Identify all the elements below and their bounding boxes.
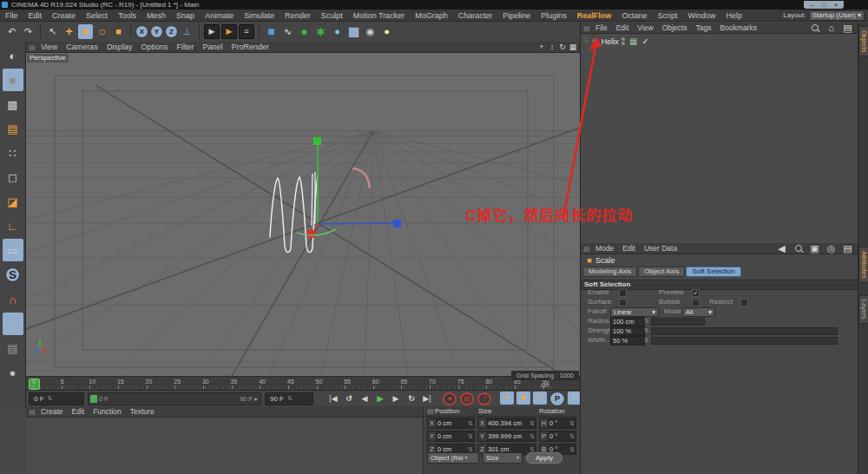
rotate-tool-icon[interactable]: ○: [95, 24, 109, 39]
pan-view-icon[interactable]: +: [536, 43, 547, 52]
panel-grip-icon[interactable]: ▤: [582, 245, 591, 253]
radius-field[interactable]: 100 cm: [610, 317, 645, 326]
field-value-input[interactable]: 0 cm: [436, 419, 467, 427]
materials-menu-item[interactable]: Texture: [126, 407, 159, 416]
object-manager-menu-item[interactable]: View: [633, 23, 657, 32]
layout-dropdown[interactable]: Startup (User) ▾: [809, 10, 865, 21]
points-mode-icon[interactable]: ∷: [3, 142, 23, 164]
minimize-button[interactable]: –: [806, 2, 817, 9]
stepper-icon[interactable]: ⇅: [643, 337, 650, 344]
menu-item[interactable]: File: [0, 11, 23, 20]
edges-mode-icon[interactable]: ◻: [3, 166, 23, 188]
panel-grip-icon[interactable]: ▤: [28, 43, 36, 51]
instance-array-icon[interactable]: ▦: [346, 24, 361, 39]
materials-menu-item[interactable]: Function: [89, 407, 126, 416]
menu-item[interactable]: Sculpt: [316, 11, 348, 20]
menu-item[interactable]: Select: [81, 11, 113, 20]
object-manager-menu-item[interactable]: Objects: [658, 23, 692, 32]
stepper-icon[interactable]: ⇅: [286, 395, 293, 402]
strength-slider[interactable]: [651, 327, 838, 335]
render-view-icon[interactable]: ▶: [204, 24, 220, 39]
generators-icon[interactable]: ●: [297, 24, 312, 39]
field-stepper[interactable]: ⇅: [529, 420, 536, 427]
tab-modeling-axis[interactable]: Modeling Axis: [582, 267, 637, 277]
stepper-icon[interactable]: ⇅: [47, 395, 54, 402]
object-manager-menu-item[interactable]: Tags: [691, 23, 715, 32]
mode-dropdown[interactable]: All▾: [682, 307, 715, 317]
menu-item[interactable]: RealFlow: [572, 11, 617, 20]
coordinate-system-icon[interactable]: ⊥: [180, 24, 194, 39]
home-icon[interactable]: ⌂: [824, 21, 838, 36]
object-name[interactable]: Helix: [602, 37, 619, 46]
panel-grip-icon[interactable]: ▤: [28, 408, 36, 416]
axis-mode-icon[interactable]: ∟: [3, 214, 23, 237]
side-tab-objects[interactable]: Objects: [858, 26, 868, 56]
snap-3d-icon[interactable]: S: [5, 267, 20, 282]
goto-end-button[interactable]: ▶|: [420, 392, 434, 405]
autokeying-button[interactable]: ◍: [460, 392, 474, 405]
menu-item[interactable]: Create: [47, 11, 81, 20]
close-button[interactable]: ×: [831, 2, 841, 9]
enable-checkbox[interactable]: [619, 289, 627, 297]
object-manager-menu-item[interactable]: File: [591, 23, 612, 32]
menu-item[interactable]: Animate: [200, 11, 239, 20]
field-value-input[interactable]: 399.999 cm: [486, 432, 529, 440]
materials-menu-item[interactable]: Create: [36, 407, 68, 416]
tab-object-axis[interactable]: Object Axis: [638, 267, 685, 277]
timeline-ruler[interactable]: 051015202530354045505560657075808590: [26, 376, 580, 391]
move-tool-icon[interactable]: +: [62, 24, 76, 39]
end-frame-field[interactable]: 90 F⇅: [265, 392, 313, 405]
menu-item[interactable]: Mesh: [141, 11, 171, 20]
lock-icon[interactable]: ▣: [807, 241, 822, 256]
model-mode-icon[interactable]: ■: [3, 69, 23, 91]
menu-item[interactable]: Plugins: [536, 11, 572, 20]
check-tag-icon[interactable]: ✓: [641, 36, 651, 47]
y-axis-lock-button[interactable]: Y: [150, 25, 163, 38]
menu-item[interactable]: Octane: [616, 11, 652, 20]
rotate-view-icon[interactable]: ↻: [557, 43, 568, 52]
field-value-input[interactable]: 400.394 cm: [486, 419, 529, 427]
falloff-dropdown[interactable]: Linear▾: [610, 307, 659, 317]
menu-item[interactable]: Tools: [113, 11, 141, 20]
strength-field[interactable]: 100 %: [610, 326, 645, 336]
live-selection-icon[interactable]: ↖: [45, 24, 60, 39]
workplane-mode-icon[interactable]: ▤: [3, 117, 23, 140]
menu-item[interactable]: MoGraph: [410, 11, 453, 20]
width-field[interactable]: 50 %: [610, 336, 645, 346]
field-stepper[interactable]: ⇅: [569, 420, 575, 427]
width-slider[interactable]: [651, 337, 838, 345]
play-button[interactable]: ▶: [373, 392, 387, 405]
viewport-menu-item[interactable]: Display: [102, 43, 137, 51]
menu-item[interactable]: Render: [279, 11, 316, 20]
field-stepper[interactable]: ⇅: [529, 433, 536, 440]
workplane-lock-icon[interactable]: ▤: [3, 313, 23, 335]
render-settings-icon[interactable]: ≡: [239, 24, 254, 39]
apply-button[interactable]: Apply: [526, 452, 562, 464]
side-tab-layers[interactable]: Layers: [858, 295, 868, 324]
search-icon[interactable]: [791, 241, 806, 256]
camera-icon[interactable]: ◉: [363, 24, 378, 39]
viewport-menu-item[interactable]: Panel: [198, 43, 227, 51]
viewport-menu-item[interactable]: Options: [136, 43, 172, 51]
stepper-icon[interactable]: ⇅: [643, 318, 650, 325]
play-mode-button[interactable]: ↺: [342, 392, 356, 405]
z-axis-lock-button[interactable]: Z: [165, 25, 178, 38]
make-editable-icon[interactable]: ◐: [3, 44, 23, 67]
loop-button[interactable]: ↻: [404, 392, 418, 405]
attributes-menu-item[interactable]: Edit: [618, 244, 640, 253]
magnet-snap-icon[interactable]: ∩: [3, 288, 23, 311]
tab-soft-selection[interactable]: Soft Selection: [686, 267, 740, 277]
coordinate-mode-dropdown[interactable]: Object (Rel▾: [427, 452, 479, 464]
menu-item[interactable]: Help: [720, 11, 747, 20]
key-parameter-toggle[interactable]: P: [549, 392, 565, 406]
deformers-icon[interactable]: ∗: [313, 24, 328, 39]
menu-item[interactable]: Snap: [171, 11, 200, 20]
settings-icon[interactable]: ◎: [824, 241, 838, 256]
scale-tool-icon[interactable]: ■: [78, 24, 93, 39]
panel-grip-icon[interactable]: ▤: [582, 24, 591, 32]
light-icon[interactable]: ●: [379, 24, 394, 39]
attributes-menu-item[interactable]: User Data: [640, 244, 681, 253]
material-sphere-icon[interactable]: ●: [3, 361, 23, 384]
record-keyframe-button[interactable]: ●: [443, 392, 457, 405]
back-arrow-icon[interactable]: ◀: [774, 241, 789, 256]
